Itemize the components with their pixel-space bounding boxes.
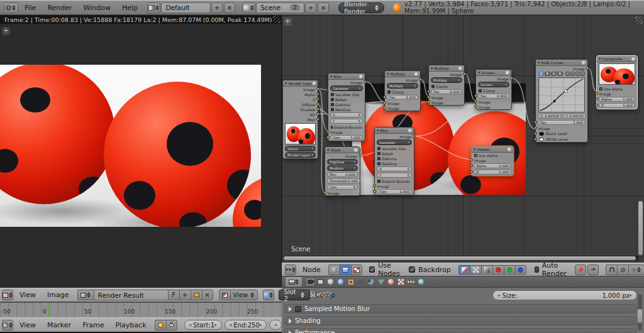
node-checkbox[interactable]: ✓Use Alpha (597, 86, 637, 91)
node-socket[interactable] (595, 104, 598, 107)
menu-view[interactable]: View (14, 291, 42, 299)
frame-start-field[interactable]: ◂Start:1▸ (184, 320, 222, 330)
current-frame-field[interactable]: ◂ (269, 320, 282, 330)
pin-icon[interactable]: 📌 (575, 265, 586, 275)
editor-type-image-icon[interactable] (2, 290, 13, 300)
node-value-slider[interactable]: Alpha:1.000 (474, 163, 511, 168)
color-swatch[interactable] (539, 132, 544, 136)
editor-type-info-icon[interactable]: i (4, 3, 18, 13)
node-editor-canvas[interactable]: + ▼Render LayersImageAlphaZDiffuseShadow… (282, 15, 644, 263)
view-mode-select[interactable]: View (230, 290, 258, 300)
physics-tab-icon[interactable] (416, 278, 426, 287)
menu-help[interactable]: Help (116, 4, 143, 12)
node-socket[interactable] (474, 94, 477, 97)
node-socket[interactable] (534, 126, 537, 129)
node-socket[interactable] (364, 80, 367, 84)
menu-frame[interactable]: Frame (77, 321, 109, 329)
node-mix-multiply-2[interactable]: ▼MultiplyImageMultiply▾ClampFac:0.200Ima… (428, 65, 465, 106)
node-title-bar[interactable]: ▼RGB Curves (536, 60, 587, 66)
node-socket[interactable] (470, 158, 473, 161)
object-tab-icon[interactable] (346, 278, 355, 287)
node-composite[interactable]: ▼Composite✓Use AlphaImageAlpha:1.000Z:1.… (596, 55, 638, 109)
add-layout-button[interactable]: + (211, 3, 223, 13)
node-title-bar[interactable]: ▼Blur (328, 74, 365, 80)
delete-layout-button[interactable]: ✕ (224, 3, 235, 13)
node-dropdown[interactable]: Gaussian▾ (330, 85, 363, 91)
node-socket[interactable] (323, 191, 326, 194)
render-slot-select[interactable]: Slot 2 (279, 290, 310, 300)
node-checkbox[interactable]: Variable Size (375, 146, 414, 151)
node-socket[interactable] (427, 90, 430, 93)
collapse-icon[interactable]: ▼ (474, 148, 475, 151)
backdrop-checkbox[interactable]: ✓Backdrop (409, 266, 451, 274)
channel-blue-icon[interactable] (515, 265, 526, 275)
node-checkbox[interactable]: Relative (375, 161, 414, 166)
node-value-slider[interactable]: X5 (330, 112, 363, 117)
node-socket[interactable] (383, 96, 386, 99)
node-glare[interactable]: ▼GlareImageFogGlow▾Medium▾Mix:0.000Thres… (325, 146, 360, 196)
node-socket[interactable] (358, 154, 362, 157)
node-checkbox[interactable]: Clamp (385, 89, 420, 94)
editor-type-timeline-icon[interactable] (2, 320, 13, 330)
expand-region-icon[interactable]: + (2, 27, 10, 35)
scene-browse-icon[interactable] (242, 3, 255, 13)
new-image-button[interactable]: + (179, 290, 191, 300)
auto-render-checkbox[interactable]: Auto Render (535, 261, 569, 278)
world-tab-icon[interactable] (336, 278, 345, 287)
curve-widget[interactable] (538, 77, 585, 112)
node-socket[interactable] (470, 164, 473, 167)
node-value-slider[interactable]: Z:1.000 (599, 103, 635, 108)
snap-target-select[interactable]: ⊹ (628, 265, 644, 275)
collapse-icon[interactable]: ▼ (377, 129, 379, 132)
node-dropdown[interactable]: Multiply▾ (387, 83, 418, 89)
collapse-icon[interactable]: ▼ (327, 148, 329, 151)
node-socket[interactable] (470, 170, 473, 173)
node-value-slider[interactable]: Size:9 (327, 185, 358, 190)
node-socket[interactable] (534, 138, 537, 141)
time-sync-icon[interactable] (155, 320, 166, 330)
node-socket[interactable] (316, 112, 319, 116)
channel-color-alpha-icon[interactable] (458, 265, 470, 275)
particles-tab-icon[interactable] (406, 278, 416, 287)
channel-alpha-icon[interactable] (470, 265, 481, 275)
region-resize-grip[interactable] (273, 16, 280, 23)
node-socket[interactable] (316, 102, 319, 106)
collapse-icon[interactable]: ▼ (538, 61, 540, 64)
node-dropdown[interactable]: Medium▾ (327, 165, 358, 171)
image-editor-viewport[interactable]: + (0, 24, 282, 288)
node-dropdown[interactable]: Gaussian▾ (377, 139, 412, 145)
node-checkbox[interactable]: Bokeh (375, 151, 414, 156)
scene-name-field[interactable]: Scene 2 (256, 3, 304, 13)
node-socket[interactable] (326, 136, 330, 139)
channel-red-icon[interactable] (492, 265, 504, 275)
node-title-bar[interactable]: ▼Screen (476, 70, 511, 76)
node-socket[interactable] (373, 184, 376, 187)
delete-scene-button[interactable]: ✕ (318, 3, 329, 13)
material-tab-icon[interactable] (386, 278, 396, 287)
collapse-icon[interactable]: ▼ (330, 75, 332, 78)
node-socket[interactable] (316, 87, 319, 90)
node-socket[interactable] (413, 134, 416, 138)
node-checkbox[interactable]: Clamp (429, 84, 464, 89)
node-socket[interactable] (534, 121, 537, 124)
node-blur-2[interactable]: ▼BlurImageGaussian▾Variable SizeBokehGam… (374, 127, 414, 195)
curve-channel-toolbar[interactable]: CRGB (536, 71, 587, 77)
node-value-slider[interactable]: Fac:0.900 (478, 94, 509, 99)
collapse-icon[interactable]: ▼ (387, 72, 389, 75)
texture-nodes-icon[interactable] (351, 265, 362, 275)
menu-image[interactable]: Image (42, 291, 74, 299)
scene-users-badge[interactable]: 2 (290, 4, 300, 11)
menu-view[interactable]: View (14, 321, 42, 329)
frame-end-field[interactable]: ◂End:250▸ (225, 320, 267, 330)
node-title-bar[interactable]: ▼Multiply (429, 65, 464, 72)
node-title-bar[interactable]: ▼Composite (597, 56, 637, 62)
node-socket[interactable] (316, 107, 319, 111)
node-checkbox[interactable]: Gamma (328, 102, 365, 107)
collapse-icon[interactable]: ▼ (285, 82, 287, 85)
node-socket[interactable] (383, 101, 386, 104)
image-browse-icon[interactable] (77, 290, 94, 300)
node-value-slider[interactable]: Y5 (330, 119, 363, 124)
menu-playback[interactable]: Playback (109, 321, 152, 329)
node-checkbox[interactable]: Clamp (476, 88, 511, 93)
node-checkbox[interactable]: Relative (328, 107, 365, 112)
